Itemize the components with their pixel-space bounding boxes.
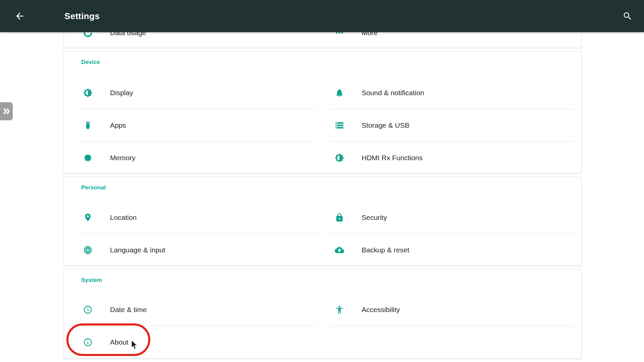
settings-item-label: Apps (110, 121, 126, 129)
settings-item-accessibility[interactable]: Accessibility (329, 293, 575, 326)
section-label-system: System (81, 277, 102, 284)
back-button[interactable] (13, 9, 27, 23)
settings-item-display[interactable]: Display (77, 76, 317, 109)
search-button[interactable] (621, 9, 635, 23)
settings-item-label: Date & time (110, 306, 147, 314)
display-brightness-icon (83, 88, 93, 98)
settings-item-apps[interactable]: Apps (77, 109, 317, 141)
settings-card-system: System Date & time About Accessibility (64, 269, 582, 359)
side-panel-handle[interactable]: » (0, 102, 13, 120)
settings-item-location[interactable]: Location (77, 201, 317, 234)
bell-icon (335, 88, 344, 98)
settings-item-label: Security (362, 214, 387, 222)
globe-icon (83, 245, 93, 255)
settings-item-sound-notification[interactable]: Sound & notification (329, 76, 575, 109)
apps-android-icon (83, 121, 93, 130)
memory-chip-icon (83, 153, 93, 163)
section-label-personal: Personal (81, 184, 106, 191)
settings-item-label: Sound & notification (362, 89, 424, 97)
clock-icon (83, 305, 93, 314)
settings-item-label: Backup & reset (362, 246, 409, 254)
arrow-back-icon (14, 11, 25, 21)
settings-item-label: Accessibility (362, 306, 400, 314)
cloud-upload-icon (335, 245, 344, 255)
display-brightness-icon (335, 153, 344, 163)
settings-item-label: About (110, 338, 128, 346)
settings-item-label: HDMI Rx Functions (362, 154, 423, 162)
app-header: Settings (0, 0, 644, 32)
settings-card-personal: Personal Location Language & input Secur… (64, 177, 582, 266)
settings-item-label: Memory (110, 154, 136, 162)
settings-item-about[interactable]: About (77, 326, 317, 358)
settings-item-storage-usb[interactable]: Storage & USB (329, 109, 575, 141)
page-title: Settings (64, 11, 100, 21)
settings-item-language-input[interactable]: Language & input (77, 234, 317, 266)
double-chevron-right-icon: » (3, 104, 10, 117)
settings-item-label: Language & input (110, 246, 165, 254)
info-outline-icon (83, 338, 93, 347)
settings-item-backup-reset[interactable]: Backup & reset (329, 234, 575, 266)
settings-item-label: Location (110, 214, 137, 222)
settings-card-device: Device Display Apps Memory (64, 51, 582, 173)
settings-item-security[interactable]: Security (329, 201, 575, 234)
section-label-device: Device (81, 59, 100, 66)
lock-icon (335, 213, 344, 222)
empty-row (329, 326, 575, 334)
search-icon (623, 11, 633, 21)
storage-icon (335, 121, 344, 130)
settings-item-label: Display (110, 89, 133, 97)
location-pin-icon (83, 213, 93, 222)
accessibility-icon (335, 305, 344, 314)
settings-item-label: Storage & USB (362, 121, 409, 129)
settings-item-memory[interactable]: Memory (77, 141, 317, 173)
settings-item-hdmi-rx[interactable]: HDMI Rx Functions (329, 141, 575, 173)
settings-item-date-time[interactable]: Date & time (77, 293, 317, 326)
